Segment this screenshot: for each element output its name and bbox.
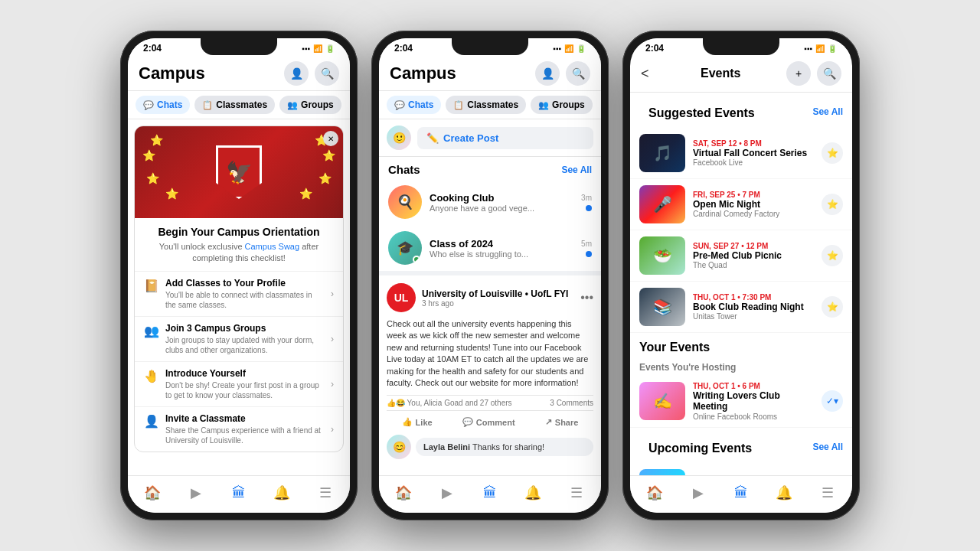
event-star-0[interactable]: ⭐ <box>822 142 843 164</box>
checklist-item-3[interactable]: 👤 Invite a Classmate Share the Campus ex… <box>135 406 343 452</box>
like-btn[interactable]: 👍 Like <box>396 414 439 430</box>
tabs-1: 💬 Chats 📋 Classmates 👥 Groups <box>128 91 350 119</box>
event-name-0: Virtual Fall Concert Series <box>693 148 814 158</box>
create-post-label: Create Post <box>443 132 498 144</box>
tab-chats-1[interactable]: 💬 Chats <box>136 96 190 114</box>
nav-campus-3[interactable]: 🏛 <box>727 482 755 504</box>
event-star-1[interactable]: ⭐ <box>822 194 843 215</box>
battery-icon-2: 🔋 <box>577 44 586 53</box>
nav-menu-1[interactable]: ☰ <box>312 482 339 504</box>
nav-campus-1[interactable]: 🏛 <box>225 482 253 504</box>
event-item-1[interactable]: 🎤 FRI, SEP 25 • 7 PM Open Mic Night Card… <box>630 179 852 230</box>
checklist-desc-0: You'll be able to connect with classmate… <box>165 290 325 310</box>
checklist-item-0[interactable]: 📔 Add Classes to Your Profile You'll be … <box>135 271 343 316</box>
suggested-see-all[interactable]: See All <box>812 106 843 117</box>
hosting-event-0[interactable]: ✍️ THU, OCT 1 • 6 PM Writing Lovers Club… <box>630 376 852 428</box>
chevron-0: › <box>331 289 334 299</box>
checklist-title-1: Join 3 Campus Groups <box>165 323 325 334</box>
event-item-2[interactable]: 🥗 SUN, SEP 27 • 12 PM Pre-Med Club Picni… <box>630 230 852 282</box>
nav-bell-1[interactable]: 🔔 <box>268 482 296 504</box>
hosting-location-0: Online Facebook Rooms <box>693 412 814 421</box>
bottom-nav-3: 🏠 ▶ 🏛 🔔 ☰ <box>630 475 852 513</box>
app-title-2: Campus <box>390 64 456 83</box>
notch-1 <box>201 38 277 55</box>
orientation-banner: ⭐ ⭐ ⭐ ⭐ ⭐ ⭐ ⭐ ⭐ 🦅 ✕ Begin Your Campus Or… <box>134 126 344 452</box>
nav-home-3[interactable]: 🏠 <box>641 482 668 504</box>
event-item-3[interactable]: 📚 THU, OCT 1 • 7:30 PM Book Club Reading… <box>630 282 852 333</box>
add-event-btn[interactable]: + <box>786 61 811 86</box>
share-label: Share <box>555 418 579 427</box>
nav-menu-3[interactable]: ☰ <box>814 482 841 504</box>
status-icons-3: ▪▪▪ 📶 🔋 <box>804 44 837 53</box>
tabs-2: 💬 Chats 📋 Classmates 👥 Groups <box>379 91 601 119</box>
chats-section-header: Chats See All <box>379 157 601 179</box>
post-author: University of Louisville • UofL FYI <box>422 289 574 299</box>
comment-bubble: Layla Belini Thanks for sharing! <box>416 438 593 456</box>
tab-chats-2[interactable]: 💬 Chats <box>387 96 441 114</box>
phone-3-screen: 2:04 ▪▪▪ 📶 🔋 < Events + 🔍 <box>630 38 852 513</box>
chat-item-0[interactable]: 🍳 Cooking Club Anyone have a good vege..… <box>379 179 601 225</box>
campus-swag-link[interactable]: Campus Swag <box>245 242 300 251</box>
event-item-0[interactable]: 🎵 SAT, SEP 12 • 8 PM Virtual Fall Concer… <box>630 128 852 179</box>
online-dot-1 <box>413 256 420 263</box>
event-star-3[interactable]: ⭐ <box>822 296 843 318</box>
hosting-img-inner-0: ✍️ <box>639 382 685 420</box>
bottom-nav-1: 🏠 ▶ 🏛 🔔 ☰ <box>128 475 350 513</box>
post-more-btn[interactable]: ••• <box>580 291 593 305</box>
nav-bell-2[interactable]: 🔔 <box>519 482 547 504</box>
nav-campus-2[interactable]: 🏛 <box>476 482 504 504</box>
search-icon-btn-2[interactable]: 🔍 <box>566 61 590 86</box>
checklist-item-1[interactable]: 👥 Join 3 Campus Groups Join groups to st… <box>135 316 343 361</box>
time-1: 2:04 <box>143 43 162 54</box>
wifi-icon-2: 📶 <box>564 44 573 53</box>
commenter-name: Layla Belini <box>423 442 470 452</box>
search-icon-btn-1[interactable]: 🔍 <box>315 61 339 86</box>
bottom-nav-2: 🏠 ▶ 🏛 🔔 ☰ <box>379 475 601 513</box>
comment-icon: 💬 <box>462 417 473 427</box>
suggested-header: Suggested Events See All <box>630 93 852 128</box>
checklist-item-2[interactable]: 🤚 Introduce Yourself Don't be shy! Creat… <box>135 361 343 406</box>
app-header-2: Campus 👤 🔍 <box>379 55 601 91</box>
nav-bell-3[interactable]: 🔔 <box>770 482 798 504</box>
hosting-date-0: THU, OCT 1 • 6 PM <box>693 382 814 390</box>
user-avatar-2: 🙂 <box>387 126 411 150</box>
close-banner-btn[interactable]: ✕ <box>323 131 338 146</box>
profile-icon-btn-2[interactable]: 👤 <box>535 61 560 86</box>
tab-classmates-1[interactable]: 📋 Classmates <box>194 96 275 114</box>
event-img-inner-3: 📚 <box>639 288 685 326</box>
upcoming-see-all[interactable]: See All <box>812 442 843 452</box>
star-7: ⭐ <box>165 187 178 200</box>
comment-btn[interactable]: 💬 Comment <box>456 414 521 430</box>
back-btn[interactable]: < <box>641 66 649 82</box>
upcoming-event-0[interactable]: 🏢 WED, SEP 16 • 5 PM Unitas Tower Meet-u… <box>630 463 852 475</box>
nav-video-2[interactable]: ▶ <box>433 482 461 504</box>
chat-tab-icon-1: 💬 <box>143 100 154 110</box>
event-date-2: SUN, SEP 27 • 12 PM <box>693 242 814 250</box>
nav-home-2[interactable]: 🏠 <box>390 482 417 504</box>
chat-tab-icon-2: 💬 <box>394 100 405 110</box>
search-events-btn[interactable]: 🔍 <box>817 61 841 86</box>
chevron-3: › <box>331 424 334 435</box>
chats-see-all[interactable]: See All <box>561 165 592 175</box>
notch-3 <box>703 38 779 55</box>
comments-count: 3 Comments <box>550 399 593 407</box>
nav-video-1[interactable]: ▶ <box>182 482 210 504</box>
event-star-2[interactable]: ⭐ <box>822 245 843 266</box>
checklist-content-3: Invite a Classmate Share the Campus expe… <box>165 413 325 445</box>
chats-title: Chats <box>388 163 420 176</box>
tab-groups-2[interactable]: 👥 Groups <box>531 96 593 114</box>
create-post-btn[interactable]: ✏️ Create Post <box>417 127 593 149</box>
nav-menu-2[interactable]: ☰ <box>563 482 590 504</box>
nav-video-3[interactable]: ▶ <box>684 482 712 504</box>
nav-home-1[interactable]: 🏠 <box>139 482 166 504</box>
share-btn[interactable]: ↗ Share <box>539 414 585 430</box>
chat-name-1: Class of 2024 <box>430 238 573 249</box>
tab-groups-1[interactable]: 👥 Groups <box>279 96 341 114</box>
chat-time-0: 3m <box>581 194 592 202</box>
hosting-check-btn[interactable]: ✓▾ <box>822 390 843 412</box>
chat-item-1[interactable]: 🎓 Class of 2024 Who else is struggling t… <box>379 225 601 271</box>
battery-icon: 🔋 <box>325 44 335 53</box>
profile-icon-btn-1[interactable]: 👤 <box>284 61 309 86</box>
tab-classmates-2[interactable]: 📋 Classmates <box>446 96 526 114</box>
event-date-1: FRI, SEP 25 • 7 PM <box>693 191 814 199</box>
